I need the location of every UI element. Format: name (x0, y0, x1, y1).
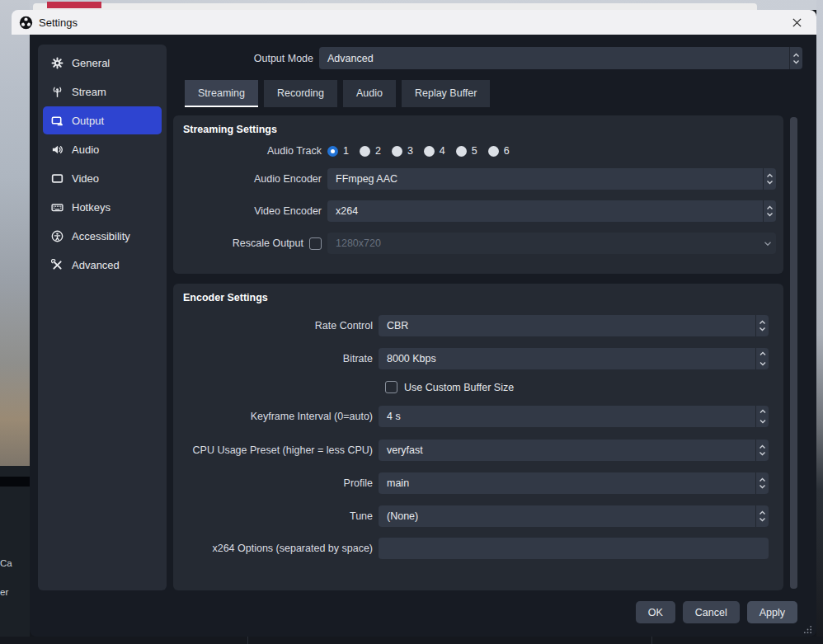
audio-track-option-3[interactable]: 3 (392, 145, 413, 157)
sidebar-item-hotkeys[interactable]: Hotkeys (43, 193, 162, 221)
chevron-up-down-icon[interactable] (789, 47, 802, 69)
obs-logo-icon (19, 16, 33, 30)
tab-audio[interactable]: Audio (343, 80, 396, 107)
tune-select[interactable]: (None) (379, 505, 769, 527)
video-encoder-value: x264 (327, 200, 763, 222)
audio-track-option-1[interactable]: 1 (327, 145, 349, 157)
background-dark-band (0, 477, 30, 487)
tools-icon (50, 258, 63, 271)
chevron-up-down-icon[interactable] (755, 505, 769, 527)
rescale-output-labelbox: Rescale Output (183, 237, 322, 250)
audio-track-option-5[interactable]: 5 (456, 145, 477, 157)
audio-track-label: Audio Track (183, 145, 322, 157)
sidebar-item-video[interactable]: Video (43, 164, 162, 192)
ok-button[interactable]: OK (636, 601, 675, 623)
accessibility-person-icon (50, 229, 63, 242)
chevron-up-down-icon[interactable] (763, 200, 776, 222)
sidebar-item-accessibility[interactable]: Accessibility (43, 222, 162, 250)
tab-label: Audio (356, 87, 383, 99)
audio-encoder-value: FFmpeg AAC (327, 168, 763, 190)
chevron-up-down-icon[interactable] (763, 168, 776, 190)
tune-value: (None) (379, 505, 755, 527)
rate-control-select[interactable]: CBR (379, 315, 769, 336)
custom-buffer-checkbox[interactable] (385, 381, 397, 393)
encoder-settings-group: Encoder Settings Rate Control CBR Bitrat… (173, 284, 783, 590)
video-encoder-select[interactable]: x264 (327, 200, 776, 222)
bitrate-spinbox[interactable]: 8000 Kbps (379, 348, 769, 369)
output-mode-value: Advanced (319, 47, 789, 69)
background-window-left (0, 466, 30, 644)
radio (392, 146, 402, 157)
radio-label: 6 (504, 145, 510, 157)
video-encoder-row: Video Encoder x264 (183, 200, 776, 222)
radio-label: 1 (343, 145, 349, 157)
profile-select[interactable]: main (379, 472, 769, 494)
sidebar-item-label: Hotkeys (72, 201, 111, 214)
spinner-up-down-icon[interactable] (755, 406, 769, 427)
audio-track-option-6[interactable]: 6 (488, 145, 510, 157)
keyframe-interval-spinbox[interactable]: 4 s (379, 406, 769, 427)
rescale-resolution-combo[interactable]: 1280x720 (327, 233, 776, 254)
speaker-icon (50, 143, 63, 156)
resize-grip[interactable] (803, 625, 812, 634)
chevron-up-down-icon[interactable] (755, 440, 769, 461)
chevron-up-down-icon[interactable] (755, 472, 769, 494)
tab-streaming[interactable]: Streaming (185, 80, 258, 107)
sidebar-item-audio[interactable]: Audio (43, 135, 162, 163)
sidebar-item-label: Advanced (72, 259, 120, 271)
desktop-background-right (816, 0, 823, 644)
background-red-bar (47, 2, 101, 8)
x264-options-input[interactable] (379, 538, 769, 559)
tune-label: Tune (183, 510, 373, 522)
output-mode-row: Output Mode Advanced (30, 47, 802, 69)
rescale-output-checkbox[interactable] (309, 237, 322, 250)
rescale-output-row: Rescale Output 1280x720 (183, 233, 776, 254)
video-encoder-label: Video Encoder (183, 205, 322, 217)
sidebar-item-output[interactable]: Output (43, 106, 162, 134)
tab-replay-buffer[interactable]: Replay Buffer (402, 80, 491, 107)
titlebar: Settings (12, 10, 816, 35)
chevron-up-down-icon[interactable] (755, 315, 769, 336)
sidebar-item-label: Accessibility (72, 230, 130, 242)
group-title: Streaming Settings (183, 124, 776, 135)
rate-control-value: CBR (379, 315, 755, 336)
radio-label: 4 (440, 145, 445, 157)
audio-encoder-select[interactable]: FFmpeg AAC (327, 168, 776, 190)
cpu-preset-select[interactable]: veryfast (379, 440, 769, 461)
spinner-up-down-icon[interactable] (755, 348, 769, 369)
background-text-fragment: Ca (0, 558, 12, 568)
close-button[interactable] (785, 13, 808, 31)
background-divider (651, 637, 652, 644)
rescale-resolution-value: 1280x720 (327, 233, 760, 254)
sidebar-item-advanced[interactable]: Advanced (43, 251, 162, 279)
x264-options-row: x264 Options (separated by space) (183, 538, 769, 559)
output-mode-label: Output Mode (30, 53, 313, 64)
radio-selected (327, 146, 338, 157)
cpu-preset-value: veryfast (379, 440, 755, 461)
profile-label: Profile (183, 477, 373, 489)
sidebar-item-stream[interactable]: Stream (43, 78, 162, 106)
keyboard-icon (50, 200, 63, 214)
output-mode-select[interactable]: Advanced (319, 47, 802, 69)
cpu-preset-label: CPU Usage Preset (higher = less CPU) (183, 444, 373, 456)
apply-button[interactable]: Apply (747, 601, 797, 623)
radio (360, 146, 370, 157)
x264-options-label: x264 Options (separated by space) (183, 543, 373, 554)
sidebar-item-label: Audio (72, 143, 99, 156)
keyframe-interval-row: Keyframe Interval (0=auto) 4 s (183, 406, 769, 427)
tab-recording[interactable]: Recording (264, 80, 337, 107)
scrollbar-thumb[interactable] (790, 117, 797, 589)
rescale-output-label: Rescale Output (233, 237, 303, 249)
streaming-settings-group: Streaming Settings Audio Track 1 2 3 4 5… (173, 115, 783, 274)
cancel-button[interactable]: Cancel (683, 601, 740, 623)
bitrate-value: 8000 Kbps (379, 348, 755, 369)
audio-track-option-2[interactable]: 2 (360, 145, 381, 157)
custom-buffer-row: Use Custom Buffer Size (183, 380, 769, 394)
audio-track-option-4[interactable]: 4 (424, 145, 445, 157)
radio-label: 2 (375, 145, 381, 157)
bitrate-label: Bitrate (183, 353, 373, 364)
audio-encoder-row: Audio Encoder FFmpeg AAC (183, 168, 776, 190)
audio-track-row: Audio Track 1 2 3 4 5 6 (183, 143, 776, 159)
settings-sidebar: General Stream Output (38, 45, 167, 590)
chevron-down-icon[interactable] (760, 233, 776, 254)
